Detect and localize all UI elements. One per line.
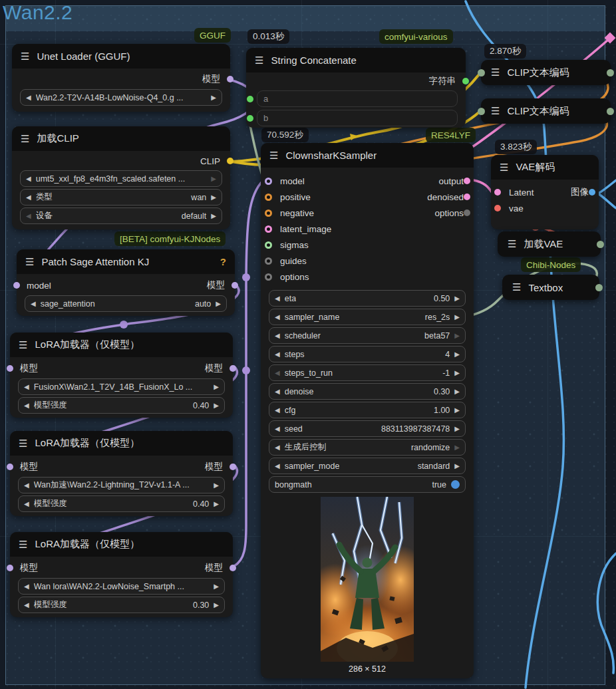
arrow-left-icon[interactable]: ◀ <box>24 383 29 390</box>
arrow-right-icon[interactable]: ▶ <box>214 601 219 609</box>
widget-lora-name[interactable]: ◀ Wan lora\WAN2.2-LowNoise_Smartph ... ▶ <box>18 578 225 595</box>
input-field-a[interactable]: a <box>257 90 458 107</box>
node-titlebar[interactable]: ☰ LoRA加载器（仅模型） <box>10 532 233 557</box>
node-titlebar[interactable]: ☰ Unet Loader (GGUF) <box>12 44 230 69</box>
arrow-left-icon[interactable]: ◀ <box>26 212 31 219</box>
node-titlebar[interactable]: ☰ VAE解码 <box>491 155 599 180</box>
widget-control-after-generate[interactable]: ◀ 生成后控制 randomize ▶ <box>269 439 466 456</box>
arrow-right-icon[interactable]: ▶ <box>211 175 216 182</box>
node-vae-decode[interactable]: ☰ VAE解码 Latent 图像 vae <box>491 155 599 229</box>
arrow-right-icon[interactable]: ▶ <box>211 194 216 201</box>
arrow-left-icon[interactable]: ◀ <box>275 350 280 358</box>
arrow-right-icon[interactable]: ▶ <box>454 388 460 395</box>
input-dot-model[interactable] <box>7 464 13 470</box>
widget-lora-strength[interactable]: ◀ 模型强度 0.40 ▶ <box>18 495 225 512</box>
output-dot-model[interactable] <box>230 365 236 372</box>
arrow-right-icon[interactable]: ▶ <box>454 462 460 470</box>
menu-icon[interactable]: ☰ <box>19 539 27 551</box>
node-lora-loader-1[interactable]: ☰ LoRA加载器（仅模型） 模型 模型 ◀ FusionX\Wan2.1_T2… <box>10 333 233 418</box>
input-dot-guides[interactable] <box>265 257 272 265</box>
reroute-dot[interactable] <box>242 366 250 374</box>
widget-scheduler[interactable]: ◀ scheduler beta57 ▶ <box>269 327 466 344</box>
collapsed-output-dot[interactable] <box>607 69 614 76</box>
arrow-right-icon[interactable]: ▶ <box>454 425 460 432</box>
arrow-right-icon[interactable]: ▶ <box>211 94 216 101</box>
widget-clip-type[interactable]: ◀ 类型 wan ▶ <box>20 189 222 206</box>
arrow-left-icon[interactable]: ◀ <box>26 194 31 201</box>
arrow-right-icon[interactable]: ▶ <box>454 313 460 321</box>
arrow-left-icon[interactable]: ◀ <box>24 402 29 409</box>
input-dot-model[interactable] <box>265 178 272 185</box>
menu-icon[interactable]: ☰ <box>491 105 500 117</box>
arrow-right-icon[interactable]: ▶ <box>214 402 219 409</box>
menu-icon[interactable]: ☰ <box>255 55 263 67</box>
widget-unet-name[interactable]: ◀ Wan2.2-T2V-A14B-LowNoise-Q4_0.g ... ▶ <box>20 89 222 106</box>
toggle-on-icon[interactable] <box>451 480 460 489</box>
collapsed-output-dot[interactable] <box>597 241 604 248</box>
node-titlebar[interactable]: ☰ 加载CLIP <box>12 126 230 151</box>
arrow-right-icon[interactable]: ▶ <box>216 300 221 307</box>
arrow-right-icon[interactable]: ▶ <box>454 295 460 302</box>
output-dot-string[interactable] <box>462 78 469 84</box>
input-dot-options[interactable] <box>265 273 272 281</box>
arrow-left-icon[interactable]: ◀ <box>275 332 280 339</box>
widget-clip-device[interactable]: ◀ 设备 default ▶ <box>20 207 222 224</box>
input-field-b[interactable]: b <box>257 110 458 126</box>
widget-denoise[interactable]: ◀ denoise 0.30 ▶ <box>269 383 466 400</box>
input-dot-model[interactable] <box>7 565 13 571</box>
arrow-right-icon[interactable]: ▶ <box>454 350 460 358</box>
output-dot-model[interactable] <box>231 282 238 289</box>
menu-icon[interactable]: ☰ <box>19 438 27 450</box>
reroute-dot[interactable] <box>242 273 250 281</box>
arrow-right-icon[interactable]: ▶ <box>454 406 460 414</box>
widget-steps-to-run[interactable]: ◀ steps_to_run -1 ▶ <box>269 364 466 381</box>
node-titlebar[interactable]: ☰ ClownsharKSampler <box>261 143 474 168</box>
output-dot-image[interactable] <box>589 189 595 196</box>
arrow-right-icon[interactable]: ▶ <box>454 444 460 451</box>
arrow-left-icon[interactable]: ◀ <box>26 94 31 101</box>
menu-icon[interactable]: ☰ <box>508 238 516 250</box>
arrow-left-icon[interactable]: ◀ <box>275 295 280 302</box>
collapsed-input-dot[interactable] <box>478 108 485 115</box>
node-vae-loader[interactable]: ☰ 加载VAE <box>498 231 601 257</box>
widget-lora-strength[interactable]: ◀ 模型强度 0.30 ▶ <box>18 597 225 613</box>
widget-lora-name[interactable]: ◀ Wan加速\Wan2.2-Lightning_T2V-v1.1-A ... … <box>18 477 225 493</box>
menu-icon[interactable]: ☰ <box>21 51 29 63</box>
widget-sage-attention[interactable]: ◀ sage_attention auto ▶ <box>25 295 227 312</box>
arrow-left-icon[interactable]: ◀ <box>275 444 280 451</box>
widget-lora-strength[interactable]: ◀ 模型强度 0.40 ▶ <box>18 397 225 414</box>
node-titlebar[interactable]: ☰ LoRA加载器（仅模型） <box>10 333 233 357</box>
collapsed-input-dot[interactable] <box>478 69 485 76</box>
widget-seed[interactable]: ◀ seed 883113987387478 ▶ <box>269 420 466 437</box>
help-icon[interactable]: ? <box>220 256 226 267</box>
output-dot-options[interactable] <box>464 209 470 216</box>
arrow-right-icon[interactable]: ▶ <box>214 482 219 489</box>
node-titlebar[interactable]: ☰ LoRA加载器（仅模型） <box>10 431 233 456</box>
widget-eta[interactable]: ◀ eta 0.50 ▶ <box>269 290 466 307</box>
input-dot-negative[interactable] <box>265 209 272 217</box>
arrow-left-icon[interactable]: ◀ <box>275 369 280 376</box>
output-dot-clip[interactable] <box>227 158 233 164</box>
arrow-right-icon[interactable]: ▶ <box>214 500 219 507</box>
input-dot-b[interactable] <box>247 115 253 122</box>
reroute-dot[interactable] <box>120 321 128 329</box>
menu-icon[interactable]: ☰ <box>19 339 27 351</box>
node-clownshark-sampler[interactable]: ☰ ClownsharKSampler model output positiv… <box>261 143 474 678</box>
node-lora-loader-2[interactable]: ☰ LoRA加载器（仅模型） 模型 模型 ◀ Wan加速\Wan2.2-Ligh… <box>10 431 233 516</box>
input-dot-positive[interactable] <box>265 194 272 201</box>
menu-icon[interactable]: ☰ <box>25 256 34 268</box>
input-dot-latent-image[interactable] <box>265 225 272 233</box>
arrow-right-icon[interactable]: ▶ <box>214 383 219 390</box>
node-titlebar[interactable]: ☰ Patch Sage Attention KJ ? <box>17 249 235 274</box>
input-dot-sigmas[interactable] <box>265 241 272 249</box>
arrow-left-icon[interactable]: ◀ <box>24 583 29 590</box>
node-editor-canvas[interactable]: Wan2.2 <box>0 0 616 689</box>
widget-clip-name[interactable]: ◀ umt5_xxl_fp8_e4m3fn_scaled.safeten ...… <box>20 170 222 187</box>
output-dot-model[interactable] <box>230 464 236 470</box>
arrow-left-icon[interactable]: ◀ <box>275 388 280 395</box>
input-dot-latent[interactable] <box>494 189 501 196</box>
widget-sampler-mode[interactable]: ◀ sampler_mode standard ▶ <box>269 458 466 474</box>
node-unet-loader[interactable]: ☰ Unet Loader (GGUF) 模型 ◀ Wan2.2-T2V-A14… <box>12 44 230 112</box>
node-titlebar[interactable]: ☰ String Concatenate <box>246 48 466 72</box>
arrow-left-icon[interactable]: ◀ <box>24 482 29 489</box>
